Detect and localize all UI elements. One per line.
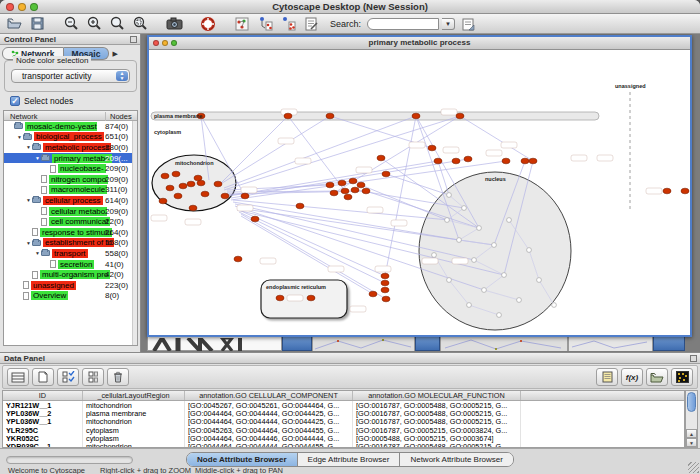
network-node[interactable] bbox=[241, 193, 249, 199]
edge[interactable] bbox=[219, 116, 288, 185]
col-cellular-component[interactable]: annotation.GO CELLULAR_COMPONENT bbox=[185, 391, 353, 400]
network-node[interactable] bbox=[381, 273, 389, 279]
search-input[interactable] bbox=[367, 18, 439, 30]
resize-grip[interactable] bbox=[688, 462, 699, 473]
network-node[interactable] bbox=[381, 287, 389, 293]
network-node[interactable] bbox=[251, 216, 259, 222]
network-node[interactable] bbox=[369, 291, 377, 297]
network-node[interactable] bbox=[341, 188, 349, 194]
background-window-titlebar[interactable] bbox=[653, 336, 685, 351]
network-node[interactable] bbox=[681, 188, 689, 194]
search-config-button[interactable] bbox=[458, 15, 478, 32]
expander-icon[interactable]: ▼ bbox=[34, 250, 41, 256]
nucleus-node[interactable] bbox=[457, 238, 462, 243]
node-color-dropdown[interactable]: transporter activity ▲▼ bbox=[11, 69, 130, 83]
network-node[interactable] bbox=[663, 188, 671, 194]
network-node[interactable] bbox=[452, 158, 460, 164]
select-attributes-button[interactable] bbox=[57, 368, 79, 386]
nucleus-node[interactable] bbox=[492, 243, 497, 248]
nucleus-node[interactable] bbox=[497, 313, 502, 318]
nucleus-node[interactable] bbox=[447, 278, 452, 283]
tree-col-network[interactable]: Network bbox=[10, 112, 38, 121]
open-attributes-button[interactable] bbox=[646, 368, 668, 386]
network-node[interactable] bbox=[326, 113, 334, 119]
network-node[interactable] bbox=[189, 205, 197, 211]
network-node[interactable] bbox=[330, 190, 338, 196]
network-node[interactable] bbox=[502, 158, 510, 164]
network-node[interactable] bbox=[187, 181, 195, 187]
background-window-fragment[interactable] bbox=[147, 336, 282, 351]
scroll-up-icon[interactable]: ▲ bbox=[686, 429, 697, 438]
tree-row[interactable]: secretion41(0) bbox=[4, 259, 137, 270]
network-node[interactable] bbox=[377, 155, 385, 161]
background-window-fragment[interactable] bbox=[440, 336, 568, 351]
nucleus-node[interactable] bbox=[507, 218, 512, 223]
network-node[interactable] bbox=[338, 180, 346, 186]
tree-scrollbar[interactable] bbox=[132, 121, 137, 345]
edge[interactable] bbox=[239, 210, 385, 276]
nucleus-node[interactable] bbox=[517, 298, 522, 303]
network-node[interactable] bbox=[326, 182, 334, 188]
tree-row[interactable]: ▼primary metabo209(... bbox=[4, 153, 137, 164]
nucleus-node[interactable] bbox=[447, 193, 452, 198]
network-node[interactable] bbox=[214, 181, 222, 187]
matrix-view-button[interactable] bbox=[671, 368, 693, 386]
background-window-fragment[interactable] bbox=[312, 336, 415, 351]
expander-icon[interactable]: ▼ bbox=[16, 134, 23, 140]
zoom-out-button[interactable] bbox=[61, 15, 81, 32]
edge[interactable] bbox=[231, 159, 468, 198]
tree-row[interactable]: ▼cellular process614(0) bbox=[4, 195, 137, 206]
scrollbar-thumb[interactable] bbox=[687, 392, 696, 412]
network-node[interactable] bbox=[529, 158, 537, 164]
tree-row[interactable]: multi-organism pro42(0) bbox=[4, 269, 137, 280]
nucleus-node[interactable] bbox=[527, 248, 532, 253]
expander-icon[interactable]: ▼ bbox=[25, 240, 32, 246]
search-dropdown-arrow-icon[interactable]: ▼ bbox=[442, 18, 455, 30]
tree-row[interactable]: cellular metabo209(0) bbox=[4, 206, 137, 217]
network-node[interactable] bbox=[434, 158, 442, 164]
zoom-fit-button[interactable] bbox=[130, 15, 150, 32]
nucleus-node[interactable] bbox=[432, 253, 437, 258]
network-node[interactable] bbox=[197, 180, 205, 186]
network-node[interactable] bbox=[349, 178, 357, 184]
nucleus-node[interactable] bbox=[552, 303, 557, 308]
scroll-down-icon[interactable]: ▼ bbox=[686, 438, 697, 447]
network-node[interactable] bbox=[428, 145, 436, 151]
col-region[interactable]: _cellularLayoutRegion bbox=[83, 391, 185, 400]
background-window-titlebar[interactable] bbox=[415, 336, 440, 351]
network-node[interactable] bbox=[521, 158, 529, 164]
network-node[interactable] bbox=[344, 194, 352, 200]
app-titlebar[interactable]: Cytoscape Desktop (New Session) bbox=[0, 0, 700, 14]
annotation-button[interactable] bbox=[301, 15, 321, 32]
tree-row[interactable]: ▼transport558(0) bbox=[4, 248, 137, 259]
network-node[interactable] bbox=[464, 156, 472, 162]
attribute-table-button[interactable] bbox=[7, 368, 29, 386]
nucleus-node[interactable] bbox=[467, 303, 472, 308]
select-nodes-checkbox[interactable]: ✓ bbox=[10, 96, 20, 106]
network-overview-button[interactable] bbox=[232, 15, 252, 32]
network-node[interactable] bbox=[362, 188, 370, 194]
expander-icon[interactable]: ▼ bbox=[34, 155, 41, 161]
network-node[interactable] bbox=[276, 295, 284, 301]
tab-overflow-icon[interactable]: ▶ bbox=[112, 50, 117, 58]
expander-icon[interactable]: ▼ bbox=[25, 197, 32, 203]
unselect-attributes-button[interactable] bbox=[82, 368, 104, 386]
network-node[interactable] bbox=[234, 256, 242, 262]
table-scrollbar[interactable]: ▲ ▼ bbox=[685, 390, 698, 448]
col-id[interactable]: ID bbox=[3, 391, 83, 400]
network-node[interactable] bbox=[201, 191, 209, 197]
network-canvas[interactable]: plasma membrane cytoplasm mitochondrion … bbox=[149, 50, 690, 335]
tree-row[interactable]: unassigned223(0) bbox=[4, 280, 137, 291]
open-session-button[interactable] bbox=[4, 15, 24, 32]
expander-icon[interactable]: ▼ bbox=[25, 144, 32, 150]
edge[interactable] bbox=[288, 116, 345, 191]
network-node[interactable] bbox=[179, 183, 187, 189]
network-node[interactable] bbox=[456, 113, 464, 119]
tree-row[interactable]: response to stimulu264(0) bbox=[4, 227, 137, 238]
delete-attribute-button[interactable] bbox=[107, 368, 129, 386]
snapshot-button[interactable] bbox=[164, 15, 184, 32]
function-builder-button[interactable]: f(x) bbox=[621, 368, 643, 386]
network-node[interactable] bbox=[381, 280, 389, 286]
nucleus-node[interactable] bbox=[502, 273, 507, 278]
edge[interactable] bbox=[239, 212, 385, 283]
